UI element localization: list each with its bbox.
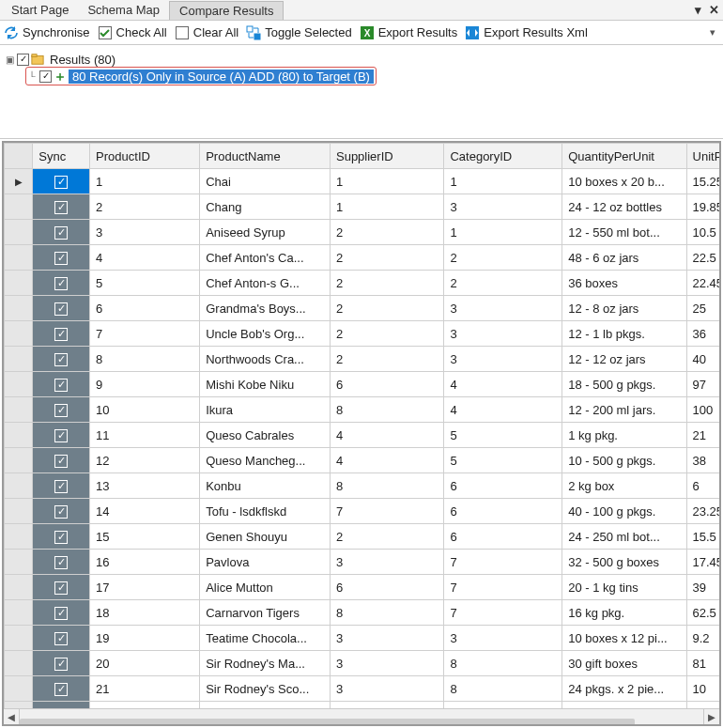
table-row[interactable]: 18Carnarvon Tigers8716 kg pkg.62.5	[5, 600, 720, 626]
cell-productname[interactable]: Queso Cabrales	[200, 423, 331, 448]
row-header[interactable]	[5, 296, 33, 321]
row-header[interactable]	[5, 169, 33, 194]
cell-quantityperunit[interactable]: 1 kg pkg.	[562, 423, 686, 448]
cell-unitprice[interactable]: 21	[686, 423, 719, 448]
cell-unitprice[interactable]: 10.5	[686, 220, 719, 245]
row-header[interactable]	[5, 473, 33, 499]
cell-supplierid[interactable]: 2	[330, 296, 443, 321]
cell-unitprice[interactable]: 36	[686, 321, 719, 347]
cell-productid[interactable]: 11	[90, 423, 200, 448]
table-row[interactable]: 3Aniseed Syrup2112 - 550 ml bot...10.5	[5, 220, 720, 245]
cell-productname[interactable]: Chef Anton-s G...	[200, 271, 331, 296]
cell-productname[interactable]: Genen Shouyu	[200, 524, 331, 550]
cell-quantityperunit[interactable]: 40 - 100 g pkgs.	[562, 499, 686, 524]
sync-cell[interactable]	[33, 169, 90, 194]
row-header[interactable]	[5, 702, 33, 709]
toggle-selected-button[interactable]: Toggle Selected	[246, 25, 352, 40]
sync-cell[interactable]	[33, 676, 90, 702]
cell-productname[interactable]: Ikura	[200, 397, 331, 423]
tab-schema-map[interactable]: Schema Map	[78, 1, 169, 19]
table-row[interactable]: 19Teatime Chocola...3310 boxes x 12 pi..…	[5, 626, 720, 651]
cell-categoryid[interactable]: 7	[444, 575, 562, 600]
cell-quantityperunit[interactable]: 18 - 500 g pkgs.	[562, 372, 686, 397]
cell-productname[interactable]: Teatime Chocola...	[200, 626, 331, 651]
cell-productid[interactable]: 13	[90, 473, 200, 499]
row-header[interactable]	[5, 397, 33, 423]
cell-categoryid[interactable]: 5	[444, 448, 562, 473]
sync-cell[interactable]	[33, 702, 90, 709]
cell-supplierid[interactable]: 3	[330, 626, 443, 651]
table-row[interactable]: 5Chef Anton-s G...2236 boxes22.45	[5, 271, 720, 296]
cell-unitprice[interactable]: 10	[686, 676, 719, 702]
cell-productname[interactable]: Grandma's Boys...	[200, 296, 331, 321]
sync-cell[interactable]	[33, 473, 90, 499]
horizontal-scrollbar[interactable]: ◄ ►	[4, 708, 719, 724]
cell-unitprice[interactable]: 17.45	[686, 550, 719, 575]
cell-productid[interactable]: 5	[90, 271, 200, 296]
cell-categoryid[interactable]: 2	[444, 271, 562, 296]
scroll-left-icon[interactable]: ◄	[4, 709, 20, 725]
cell-unitprice[interactable]: 22.45	[686, 271, 719, 296]
table-row[interactable]: 13Konbu862 kg box6	[5, 473, 720, 499]
cell-categoryid[interactable]: 1	[444, 220, 562, 245]
cell-productname[interactable]: Uncle Bob's Org...	[200, 321, 331, 347]
cell-supplierid[interactable]: 7	[330, 499, 443, 524]
cell-unitprice[interactable]: 100	[686, 397, 719, 423]
tree-child[interactable]: └ ＋ 80 Record(s) Only in Source (A) ADD …	[26, 68, 376, 85]
table-row[interactable]: 21Sir Rodney's Sco...3824 pkgs. x 2 pie.…	[5, 676, 720, 702]
table-row[interactable]: 15Genen Shouyu2624 - 250 ml bot...15.5	[5, 524, 720, 550]
cell-supplierid[interactable]: 6	[330, 575, 443, 600]
cell-unitprice[interactable]: 19.85	[686, 194, 719, 220]
table-row[interactable]: 6Grandma's Boys...2312 - 8 oz jars25	[5, 296, 720, 321]
sync-cell[interactable]	[33, 220, 90, 245]
cell-supplierid[interactable]: 1	[330, 194, 443, 220]
cell-productid[interactable]: 17	[90, 575, 200, 600]
row-header[interactable]	[5, 372, 33, 397]
cell-productid[interactable]: 14	[90, 499, 200, 524]
cell-unitprice[interactable]: 39	[686, 575, 719, 600]
sync-checkbox[interactable]	[54, 505, 68, 519]
cell-categoryid[interactable]: 4	[444, 397, 562, 423]
table-row[interactable]: 16Pavlova3732 - 500 g boxes17.45	[5, 550, 720, 575]
cell-productid[interactable]: 19	[90, 626, 200, 651]
sync-cell[interactable]	[33, 626, 90, 651]
export-results-button[interactable]: X Export Results	[360, 25, 458, 40]
sync-cell[interactable]	[33, 550, 90, 575]
cell-supplierid[interactable]: 2	[330, 245, 443, 271]
row-header[interactable]	[5, 194, 33, 220]
row-header[interactable]	[5, 321, 33, 347]
cell-productid[interactable]: 15	[90, 524, 200, 550]
cell-supplierid[interactable]: 2	[330, 220, 443, 245]
col-categoryid[interactable]: CategoryID	[444, 144, 562, 169]
table-row[interactable]: 20Sir Rodney's Ma...3830 gift boxes81	[5, 651, 720, 676]
scroll-right-icon[interactable]: ►	[703, 709, 719, 725]
cell-quantityperunit[interactable]: 30 gift boxes	[562, 651, 686, 676]
col-quantity[interactable]: QuantityPerUnit	[562, 144, 686, 169]
cell-categoryid[interactable]: 7	[444, 550, 562, 575]
cell-quantityperunit[interactable]: 12 - 8 oz jars	[562, 296, 686, 321]
cell-productname[interactable]: Chef Anton's Ca...	[200, 245, 331, 271]
sync-checkbox[interactable]	[54, 581, 68, 595]
cell-productname[interactable]: Mishi Kobe Niku	[200, 372, 331, 397]
cell-productname[interactable]: Konbu	[200, 473, 331, 499]
tree-root[interactable]: ▣ Results (80)	[4, 51, 715, 68]
cell-productname[interactable]: Chang	[200, 194, 331, 220]
cell-quantityperunit[interactable]: 12 - 550 ml bot...	[562, 220, 686, 245]
sync-checkbox[interactable]	[54, 226, 68, 240]
sync-cell[interactable]	[33, 397, 90, 423]
row-header[interactable]	[5, 550, 33, 575]
row-header[interactable]	[5, 448, 33, 473]
cell-quantityperunit[interactable]: 10 boxes x 12 pi...	[562, 626, 686, 651]
col-supplierid[interactable]: SupplierID	[330, 144, 443, 169]
cell-productid[interactable]: 21	[90, 676, 200, 702]
cell-productid[interactable]: 1	[90, 169, 200, 194]
cell-supplierid[interactable]: 8	[330, 600, 443, 626]
table-row[interactable]: 10Ikura8412 - 200 ml jars.100	[5, 397, 720, 423]
row-header[interactable]	[5, 245, 33, 271]
row-header[interactable]	[5, 600, 33, 626]
col-sync[interactable]: Sync	[33, 144, 90, 169]
table-row[interactable]: 14Tofu - lsdkflskd7640 - 100 g pkgs.23.2…	[5, 499, 720, 524]
sync-cell[interactable]	[33, 321, 90, 347]
cell-categoryid[interactable]: 2	[444, 245, 562, 271]
sync-cell[interactable]	[33, 499, 90, 524]
